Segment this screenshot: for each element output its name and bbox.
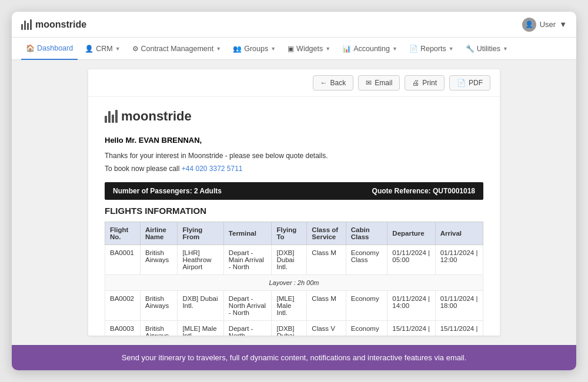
navbar: 🏠 Dashboard 👤 CRM ▼ ⚙ Contract Managemen…	[12, 38, 576, 60]
info-bar: Number of Passengers: 2 Adults Quote Ref…	[105, 182, 483, 200]
main-content: ← Back ✉ Email 🖨 Print 📄 PDF	[12, 60, 576, 370]
nav-reports-label: Reports	[420, 45, 446, 53]
nav-groups-label: Groups	[244, 45, 268, 53]
pdf-icon: 📄	[457, 79, 466, 87]
table-header-row: Flight No. Airline Name Flying From Term…	[105, 222, 483, 245]
crm-icon: 👤	[85, 45, 93, 53]
quote-ref-info: Quote Reference: QUT0001018	[372, 187, 475, 195]
user-avatar: 👤	[522, 18, 536, 32]
email-button[interactable]: ✉ Email	[358, 75, 400, 91]
contract-caret-icon: ▼	[216, 46, 221, 52]
bottom-banner: Send your itinerary to travelers, full o…	[12, 345, 576, 370]
widgets-icon: ▣	[288, 45, 294, 53]
col-departure: Departure	[387, 222, 435, 245]
doc-logo-icon	[105, 110, 118, 123]
logo-icon	[21, 19, 32, 30]
nav-utilities[interactable]: 🔧 Utilities ▼	[461, 38, 513, 60]
document-panel: ← Back ✉ Email 🖨 Print 📄 PDF	[88, 69, 500, 336]
email-icon: ✉	[366, 79, 372, 87]
contract-icon: ⚙	[132, 45, 139, 53]
doc-logo: moonstride	[105, 109, 483, 124]
groups-icon: 👥	[233, 45, 242, 53]
col-flight-no: Flight No.	[105, 222, 141, 245]
table-row: BA0002 British Airways DXB] Dubai Intl. …	[105, 291, 483, 321]
nav-dashboard-label: Dashboard	[37, 44, 73, 52]
nav-accounting-label: Accounting	[353, 45, 390, 53]
col-flying-to: Flying To	[272, 222, 307, 245]
nav-dashboard[interactable]: 🏠 Dashboard	[21, 38, 78, 60]
nav-widgets[interactable]: ▣ Widgets ▼	[283, 38, 335, 60]
intro2-label: To book now please call	[105, 165, 179, 173]
utilities-icon: 🔧	[466, 45, 475, 53]
back-button[interactable]: ← Back	[313, 75, 354, 91]
nav-widgets-label: Widgets	[296, 45, 323, 53]
app-window: moonstride 👤 User ▼ 🏠 Dashboard 👤 CRM ▼ …	[12, 12, 576, 370]
print-icon: 🖨	[412, 79, 419, 87]
back-icon: ←	[320, 79, 328, 87]
intro-text-2: To book now please call +44 020 3372 571…	[105, 163, 483, 174]
doc-logo-text: moonstride	[121, 109, 192, 124]
passengers-info: Number of Passengers: 2 Adults	[113, 187, 222, 195]
nav-crm-label: CRM	[96, 45, 112, 53]
nav-contract[interactable]: ⚙ Contract Management ▼	[128, 38, 226, 60]
nav-accounting[interactable]: 📊 Accounting ▼	[338, 38, 402, 60]
dashboard-icon: 🏠	[26, 44, 35, 52]
content-wrapper: ← Back ✉ Email 🖨 Print 📄 PDF	[12, 60, 576, 345]
crm-caret-icon: ▼	[115, 46, 121, 52]
col-airline: Airline Name	[141, 222, 178, 245]
user-label: User	[540, 20, 556, 29]
user-menu[interactable]: 👤 User ▼	[522, 18, 567, 32]
flights-section-title: FLIGHTS INFORMATION	[105, 206, 483, 216]
topbar: moonstride 👤 User ▼	[12, 12, 576, 38]
reports-caret-icon: ▼	[449, 46, 454, 52]
col-flying-from: Flying From	[178, 222, 223, 245]
doc-actions: ← Back ✉ Email 🖨 Print 📄 PDF	[88, 69, 500, 97]
logo-text: moonstride	[35, 19, 86, 30]
layover-row: Layover : 2h 00m	[105, 275, 483, 291]
banner-text: Send your itinerary to travelers, full o…	[122, 353, 467, 362]
doc-body: moonstride Hello Mr. EVAN BRENNAN, Thank…	[88, 97, 500, 336]
phone-number: +44 020 3372 5711	[182, 165, 243, 173]
greeting-text: Hello Mr. EVAN BRENNAN,	[105, 136, 483, 145]
flights-table: Flight No. Airline Name Flying From Term…	[105, 222, 483, 336]
nav-groups[interactable]: 👥 Groups ▼	[228, 38, 280, 60]
col-terminal: Terminal	[223, 222, 272, 245]
reports-icon: 📄	[409, 45, 418, 53]
nav-utilities-label: Utilities	[477, 45, 500, 53]
accounting-icon: 📊	[342, 45, 351, 53]
widgets-caret-icon: ▼	[325, 46, 330, 52]
nav-contract-label: Contract Management	[141, 45, 214, 53]
groups-caret-icon: ▼	[270, 46, 276, 52]
user-caret-icon: ▼	[559, 20, 567, 29]
intro-text-1: Thanks for your interest in Moonstride -…	[105, 150, 483, 161]
app-logo: moonstride	[21, 19, 86, 30]
nav-crm[interactable]: 👤 CRM ▼	[80, 38, 125, 60]
col-cabin-class: Cabin Class	[346, 222, 387, 245]
table-row: BA0001 British Airways [LHR] Heathrow Ai…	[105, 245, 483, 275]
col-class-service: Class of Service	[307, 222, 346, 245]
utilities-caret-icon: ▼	[503, 46, 508, 52]
table-row: BA0003 British Airways [MLE] Male Intl. …	[105, 321, 483, 336]
nav-reports[interactable]: 📄 Reports ▼	[405, 38, 459, 60]
print-button[interactable]: 🖨 Print	[405, 75, 445, 91]
pdf-button[interactable]: 📄 PDF	[449, 75, 490, 91]
col-arrival: Arrival	[435, 222, 483, 245]
accounting-caret-icon: ▼	[392, 46, 397, 52]
